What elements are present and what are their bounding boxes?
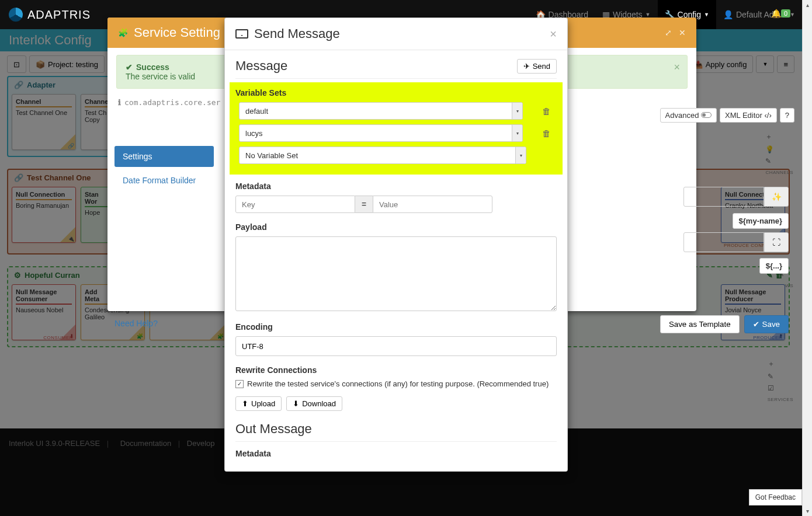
xml-editor-button[interactable]: XML Editor ‹/›	[720, 108, 777, 123]
metadata-label: Metadata	[235, 182, 557, 191]
close-icon[interactable]: ✕	[679, 28, 686, 37]
brand[interactable]: ADAPTRIS	[0, 8, 99, 22]
send-button[interactable]: ✈ Send	[517, 59, 557, 74]
trash-icon[interactable]: 🗑	[539, 128, 553, 138]
rewrite-desc: Rewrite the tested service's connections…	[247, 379, 549, 388]
encoding-input[interactable]	[235, 336, 557, 356]
uid-input-partial[interactable]	[683, 187, 764, 207]
variable-set-select[interactable]: lucys▾	[239, 124, 523, 142]
chevron-down-icon: ▾	[512, 103, 522, 119]
service-modal-title: Service Setting	[134, 25, 220, 40]
date-format-builder-link[interactable]: Date Format Builder	[114, 172, 214, 190]
need-help-link[interactable]: Need Help?	[114, 319, 158, 328]
varsub-token: ${...}	[759, 258, 789, 274]
expand-icon[interactable]: ⤢	[665, 28, 672, 37]
variable-set-select[interactable]: No Variable Set▾	[239, 147, 526, 164]
chevron-down-icon: ▾	[512, 125, 522, 141]
equals-sign: =	[355, 196, 373, 213]
send-modal-title: Send Message	[254, 26, 340, 41]
rewrite-checkbox-label[interactable]: ✓ Rewrite the tested service's connectio…	[235, 379, 557, 388]
help-button[interactable]: ?	[780, 108, 794, 123]
metadata-value-input[interactable]	[373, 196, 492, 213]
chevron-down-icon: ▾	[515, 147, 526, 163]
encoding-label: Encoding	[235, 322, 557, 332]
name-token: ${my-name}	[733, 213, 789, 229]
envelope-icon	[235, 29, 248, 39]
magic-wand-button[interactable]: ✨	[764, 187, 789, 207]
puzzle-icon: 🧩	[118, 28, 128, 37]
notification-bell[interactable]: 🔔0	[771, 9, 790, 18]
rewrite-connections-label: Rewrite Connections	[235, 365, 557, 375]
brand-text: ADAPTRIS	[27, 8, 91, 22]
close-alert-icon[interactable]: ×	[674, 61, 680, 74]
scrollbar-track[interactable]: ▴ ▾	[802, 0, 812, 516]
logo-icon	[9, 8, 23, 22]
checkbox-icon[interactable]: ✓	[235, 380, 244, 388]
feedback-tab[interactable]: Got Feedbac	[749, 489, 802, 505]
send-message-modal: Send Message × Message ✈ Send Variable S…	[224, 18, 568, 472]
expand-button[interactable]: ⛶	[764, 232, 789, 252]
check-icon	[126, 62, 133, 72]
message-heading: Message	[235, 58, 287, 74]
save-button[interactable]: Save	[744, 315, 789, 333]
out-message-heading: Out Message	[235, 421, 557, 442]
variable-sets-label: Variable Sets	[235, 88, 557, 97]
close-icon[interactable]: ×	[550, 27, 557, 41]
variable-sets-highlight: Variable Sets default▾ 🗑 lucys▾ 🗑 No Var…	[230, 82, 563, 175]
variable-set-select[interactable]: default▾	[239, 102, 523, 120]
metadata-key-input[interactable]	[235, 196, 355, 213]
advanced-toggle[interactable]: Advanced	[660, 108, 717, 123]
payload-textarea[interactable]	[235, 236, 557, 311]
save-template-button[interactable]: Save as Template	[660, 315, 740, 333]
scroll-up-icon[interactable]: ▴	[803, 0, 812, 10]
trash-icon[interactable]: 🗑	[539, 106, 553, 116]
settings-tab[interactable]: Settings	[114, 146, 214, 167]
payload-label: Payload	[235, 222, 557, 232]
notif-count: 0	[781, 9, 790, 18]
format-input-partial[interactable]	[683, 232, 764, 252]
scroll-down-icon[interactable]: ▾	[803, 506, 812, 516]
out-metadata-label: Metadata	[235, 449, 557, 458]
download-button[interactable]: ⬇ Download	[286, 396, 342, 411]
upload-button[interactable]: ⬆ Upload	[235, 396, 282, 411]
info-icon	[118, 98, 121, 107]
